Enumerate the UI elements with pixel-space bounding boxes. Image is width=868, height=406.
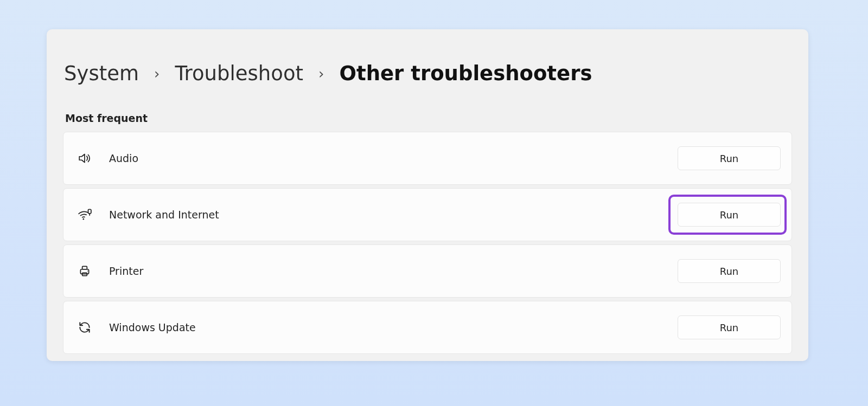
breadcrumb-system[interactable]: System xyxy=(64,62,139,85)
svg-point-1 xyxy=(83,218,85,220)
troubleshooter-list: Audio Run Network and Internet Run xyxy=(47,132,808,354)
troubleshooter-label: Printer xyxy=(109,265,678,277)
run-button-network[interactable]: Run xyxy=(678,203,781,227)
breadcrumb-current: Other troubleshooters xyxy=(340,62,592,85)
troubleshooter-label: Network and Internet xyxy=(109,209,678,221)
sync-icon xyxy=(76,319,93,336)
troubleshooter-label: Audio xyxy=(109,152,678,164)
svg-point-7 xyxy=(87,270,88,271)
run-button-windows-update[interactable]: Run xyxy=(678,315,781,339)
chevron-right-icon: › xyxy=(154,66,159,82)
wifi-network-icon xyxy=(76,207,93,223)
troubleshooter-row-network[interactable]: Network and Internet Run xyxy=(63,188,792,241)
troubleshooter-label: Windows Update xyxy=(109,321,678,333)
audio-icon xyxy=(76,150,93,166)
svg-rect-2 xyxy=(88,209,91,214)
troubleshooter-row-printer[interactable]: Printer Run xyxy=(63,244,792,298)
svg-marker-0 xyxy=(79,154,85,162)
settings-window: System › Troubleshoot › Other troublesho… xyxy=(47,29,808,361)
run-button-audio[interactable]: Run xyxy=(678,146,781,170)
troubleshooter-row-audio[interactable]: Audio Run xyxy=(63,132,792,185)
svg-rect-5 xyxy=(82,266,87,269)
troubleshooter-row-windows-update[interactable]: Windows Update Run xyxy=(63,301,792,354)
printer-icon xyxy=(76,263,93,279)
chevron-right-icon: › xyxy=(318,66,324,82)
section-heading-most-frequent: Most frequent xyxy=(47,85,808,132)
breadcrumb-troubleshoot[interactable]: Troubleshoot xyxy=(175,62,303,85)
svg-rect-4 xyxy=(80,269,88,274)
run-button-printer[interactable]: Run xyxy=(678,259,781,283)
breadcrumb: System › Troubleshoot › Other troublesho… xyxy=(47,29,808,85)
